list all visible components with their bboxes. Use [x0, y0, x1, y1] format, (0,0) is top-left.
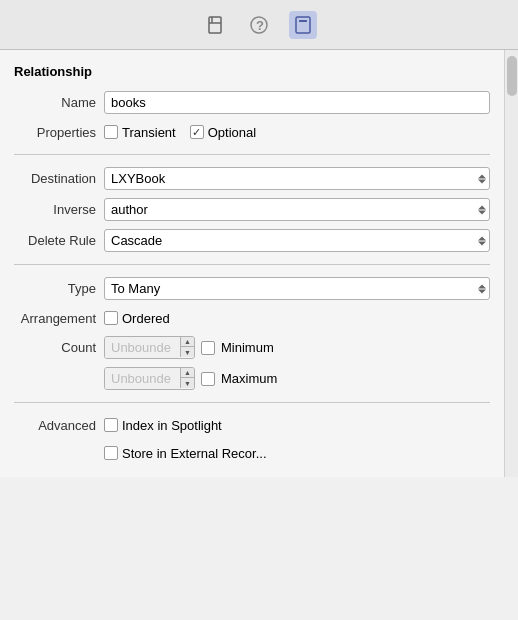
inverse-control: author (none) — [104, 198, 490, 221]
content-panel: Relationship Name Properties Transient — [0, 50, 504, 477]
delete-rule-control: Cascade Nullify Deny No Action — [104, 229, 490, 252]
count-min-control: ▲ ▼ Minimum — [104, 336, 490, 359]
destination-control: LXYBook LXYAuthor — [104, 167, 490, 190]
type-label: Type — [14, 281, 104, 296]
store-external-control: Store in External Recor... — [104, 446, 490, 461]
store-external-label: Store in External Recor... — [122, 446, 267, 461]
inverse-row: Inverse author (none) — [0, 194, 504, 225]
minimum-label: Minimum — [221, 340, 274, 355]
count-min-decrement[interactable]: ▼ — [180, 347, 194, 357]
destination-select-wrapper: LXYBook LXYAuthor — [104, 167, 490, 190]
type-select[interactable]: To One To Many — [104, 277, 490, 300]
svg-rect-6 — [299, 20, 307, 22]
count-max-stepper-buttons: ▲ ▼ — [180, 368, 194, 389]
count-max-stepper: ▲ ▼ — [104, 367, 195, 390]
minimum-checkbox[interactable] — [201, 341, 215, 355]
count-min-row: Count ▲ ▼ Minimum — [0, 332, 504, 363]
scrollbar[interactable] — [504, 50, 518, 477]
inspector-icon[interactable] — [289, 11, 317, 39]
optional-checkbox[interactable] — [190, 125, 204, 139]
count-label: Count — [14, 340, 104, 355]
index-spotlight-label: Index in Spotlight — [122, 418, 222, 433]
index-spotlight-checkbox[interactable] — [104, 418, 118, 432]
inverse-select-wrapper: author (none) — [104, 198, 490, 221]
store-external-checkbox[interactable] — [104, 446, 118, 460]
count-min-input[interactable] — [105, 337, 180, 358]
store-external-item[interactable]: Store in External Recor... — [104, 446, 490, 461]
count-max-group: ▲ ▼ Maximum — [104, 367, 490, 390]
name-row: Name — [0, 87, 504, 118]
count-min-group: ▲ ▼ Minimum — [104, 336, 490, 359]
section-title: Relationship — [0, 60, 504, 87]
properties-checkboxes: Transient Optional — [104, 125, 490, 140]
count-max-control: ▲ ▼ Maximum — [104, 367, 490, 390]
scrollbar-thumb[interactable] — [507, 56, 517, 96]
inverse-label: Inverse — [14, 202, 104, 217]
name-input[interactable] — [104, 91, 490, 114]
divider-2 — [14, 264, 490, 265]
properties-label: Properties — [14, 125, 104, 140]
ordered-checkbox[interactable] — [104, 311, 118, 325]
name-label: Name — [14, 95, 104, 110]
advanced-row: Advanced Index in Spotlight — [0, 411, 504, 439]
count-min-stepper-buttons: ▲ ▼ — [180, 337, 194, 358]
arrangement-control: Ordered — [104, 311, 490, 326]
ordered-checkbox-item[interactable]: Ordered — [104, 311, 170, 326]
svg-rect-8 — [299, 28, 304, 30]
type-select-wrapper: To One To Many — [104, 277, 490, 300]
destination-select[interactable]: LXYBook LXYAuthor — [104, 167, 490, 190]
index-spotlight-item[interactable]: Index in Spotlight — [104, 418, 490, 433]
count-max-increment[interactable]: ▲ — [180, 368, 194, 378]
transient-label: Transient — [122, 125, 176, 140]
document-icon[interactable] — [201, 11, 229, 39]
delete-rule-select[interactable]: Cascade Nullify Deny No Action — [104, 229, 490, 252]
advanced-control: Index in Spotlight — [104, 418, 490, 433]
delete-rule-row: Delete Rule Cascade Nullify Deny No Acti… — [0, 225, 504, 256]
maximum-checkbox[interactable] — [201, 372, 215, 386]
count-max-decrement[interactable]: ▼ — [180, 378, 194, 388]
destination-label: Destination — [14, 171, 104, 186]
help-icon[interactable]: ? — [245, 11, 273, 39]
optional-label: Optional — [208, 125, 256, 140]
toolbar: ? — [0, 0, 518, 50]
type-row: Type To One To Many — [0, 273, 504, 304]
maximum-label: Maximum — [221, 371, 277, 386]
name-control — [104, 91, 490, 114]
delete-rule-select-wrapper: Cascade Nullify Deny No Action — [104, 229, 490, 252]
destination-row: Destination LXYBook LXYAuthor — [0, 163, 504, 194]
count-min-increment[interactable]: ▲ — [180, 337, 194, 347]
store-external-row: Store in External Recor... — [0, 439, 504, 467]
count-max-input[interactable] — [105, 368, 180, 389]
delete-rule-label: Delete Rule — [14, 233, 104, 248]
transient-checkbox-item[interactable]: Transient — [104, 125, 176, 140]
svg-text:?: ? — [256, 18, 264, 33]
svg-rect-7 — [299, 24, 307, 26]
properties-row: Properties Transient Optional — [0, 118, 504, 146]
arrangement-label: Arrangement — [14, 311, 104, 326]
divider-3 — [14, 402, 490, 403]
optional-checkbox-item[interactable]: Optional — [190, 125, 256, 140]
advanced-label: Advanced — [14, 418, 104, 433]
transient-checkbox[interactable] — [104, 125, 118, 139]
arrangement-row: Arrangement Ordered — [0, 304, 504, 332]
type-control: To One To Many — [104, 277, 490, 300]
count-min-stepper: ▲ ▼ — [104, 336, 195, 359]
divider-1 — [14, 154, 490, 155]
svg-rect-0 — [209, 17, 221, 33]
ordered-label: Ordered — [122, 311, 170, 326]
inverse-select[interactable]: author (none) — [104, 198, 490, 221]
count-max-row: ▲ ▼ Maximum — [0, 363, 504, 394]
